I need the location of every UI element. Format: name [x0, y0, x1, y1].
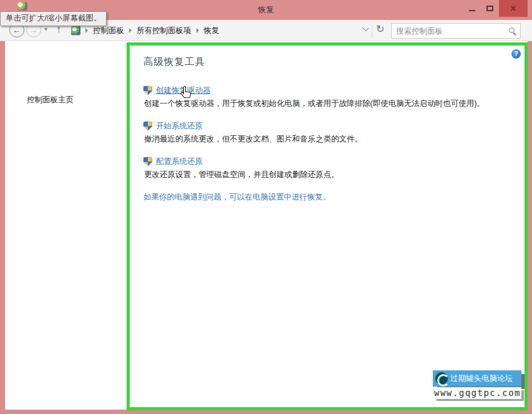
watermark: 过期罐头电脑论坛 www.gqgtpc.com — [433, 370, 521, 399]
task-description: 创建一个恢复驱动器，用于恢复或初始化电脑，或者用于故障排除(即使电脑无法启动时也… — [144, 98, 510, 109]
refresh-button[interactable]: ↻ — [376, 23, 384, 35]
minimize-icon — [469, 10, 475, 11]
address-dropdown-icon[interactable] — [361, 23, 370, 32]
uac-shield-icon — [143, 122, 152, 131]
watermark-url: www.gqgtpc.com — [433, 387, 521, 399]
task-description: 更改还原设置，管理磁盘空间，并且创建或删除还原点。 — [144, 169, 510, 180]
forum-logo-icon — [435, 372, 448, 385]
pc-settings-recovery-link[interactable]: 如果你的电脑遇到问题，可以在电脑设置中进行恢复。 — [143, 192, 510, 203]
task-description: 撤消最近的系统更改，但不更改文档、图片和音乐之类的文件。 — [144, 133, 510, 145]
configure-system-restore-link[interactable]: 配置系统还原 — [156, 156, 203, 167]
task-create-recovery-drive: 创建恢复驱动器 创建一个恢复驱动器，用于恢复或初始化电脑，或者用于故障排除(即使… — [143, 85, 510, 109]
sidebar-item-control-panel-home[interactable]: 控制面板主页 — [27, 95, 74, 105]
uac-shield-icon — [143, 86, 152, 95]
breadcrumb-separator-icon — [129, 28, 132, 33]
history-dropdown-icon[interactable]: ▾ — [44, 26, 47, 32]
mouse-cursor-hand-icon — [180, 85, 193, 103]
open-system-restore-link[interactable]: 开始系统还原 — [156, 121, 203, 132]
search-box[interactable] — [391, 23, 521, 39]
screenshot-tooltip: 单击可扩大/缩小屏幕截图。 — [0, 11, 107, 26]
recovery-window: 恢复 × 单击可扩大/缩小屏幕截图。 ← → ▾ ↑ 控制面板 所有控制面板项 — [0, 0, 532, 414]
close-icon: × — [510, 3, 516, 14]
minimize-button[interactable] — [463, 0, 481, 17]
uac-shield-icon — [143, 157, 152, 166]
maximize-icon — [486, 6, 493, 11]
breadcrumb-item-control-panel[interactable]: 控制面板 — [93, 26, 124, 36]
watermark-forum-name: 过期罐头电脑论坛 — [450, 373, 513, 384]
breadcrumb-separator-icon — [85, 28, 88, 33]
close-button[interactable]: × — [499, 0, 528, 17]
task-configure-system-restore: 配置系统还原 更改还原设置，管理磁盘空间，并且创建或删除还原点。 — [143, 156, 510, 180]
search-input[interactable] — [396, 24, 502, 37]
screenshot-tool-icon[interactable] — [17, 2, 27, 10]
search-icon[interactable] — [509, 27, 515, 33]
page-title: 高级恢复工具 — [143, 55, 510, 69]
task-open-system-restore: 开始系统还原 撤消最近的系统更改，但不更改文档、图片和音乐之类的文件。 — [143, 120, 510, 145]
breadcrumb-item-recovery[interactable]: 恢复 — [204, 26, 220, 36]
app-icon — [71, 26, 80, 35]
breadcrumb-item-all-items[interactable]: 所有控制面板项 — [137, 26, 191, 36]
navbar-divider — [372, 24, 372, 37]
maximize-button[interactable] — [481, 0, 499, 17]
breadcrumb-separator-icon — [196, 28, 199, 33]
help-button[interactable]: ? — [511, 49, 521, 59]
